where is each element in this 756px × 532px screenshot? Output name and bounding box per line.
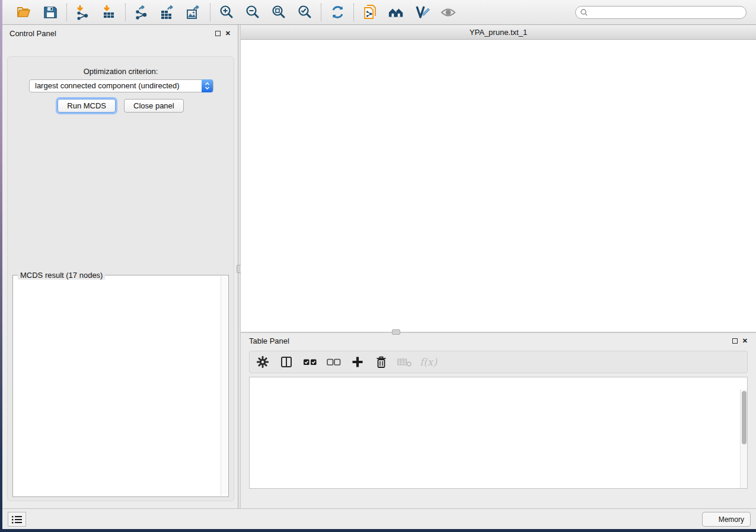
close-panel-icon[interactable]: ✕ (225, 30, 231, 37)
memory-button[interactable]: Memory (702, 512, 751, 527)
maximize-window-icon[interactable] (270, 29, 278, 37)
show-columns-icon[interactable] (278, 354, 294, 370)
window-traffic-lights (245, 29, 278, 37)
scrollbar-thumb[interactable] (742, 391, 747, 444)
delete-table-icon (397, 354, 413, 370)
zoom-selected-icon[interactable] (296, 4, 313, 21)
zoom-out-icon[interactable] (244, 4, 261, 21)
select-stepper-icon (202, 79, 213, 92)
settings-icon[interactable] (254, 354, 270, 370)
close-window-icon[interactable] (245, 29, 253, 37)
save-icon[interactable] (42, 4, 59, 21)
delete-row-icon[interactable] (373, 354, 389, 370)
optimization-criterion-select[interactable]: largest connected component (undirected) (29, 79, 213, 92)
export-image-icon[interactable] (186, 4, 202, 21)
home-icon[interactable] (388, 4, 404, 21)
minimize-window-icon[interactable] (258, 29, 266, 37)
search-input[interactable] (575, 6, 747, 19)
panel-menu-button[interactable] (8, 512, 26, 527)
network-graph[interactable] (241, 40, 756, 331)
network-window-title: YPA_prune.txt_1 (470, 28, 527, 37)
control-panel-title: Control Panel (9, 29, 56, 38)
network-window-titlebar[interactable]: YPA_prune.txt_1 (241, 25, 756, 40)
export-table-icon[interactable] (160, 4, 176, 21)
run-mcds-button[interactable]: Run MCDS (58, 99, 116, 113)
show-hide-eye-icon[interactable] (440, 4, 457, 21)
memory-status-icon (709, 516, 715, 523)
memory-label: Memory (719, 515, 744, 524)
table-scrollbar[interactable] (740, 389, 747, 488)
refresh-icon[interactable] (329, 4, 346, 21)
open-file-icon[interactable] (16, 4, 33, 21)
import-table-icon[interactable] (101, 4, 117, 21)
float-window-icon[interactable] (732, 338, 738, 344)
deselect-all-icon[interactable] (326, 354, 342, 370)
mcds-list-scrollbar[interactable] (221, 276, 228, 496)
control-panel: Control Panel ✕ Optimization criterion: … (2, 25, 238, 508)
network-view-window: YPA_prune.txt_1 (241, 25, 756, 332)
float-window-icon[interactable] (215, 31, 221, 36)
import-network-icon[interactable] (75, 4, 91, 21)
zoom-in-icon[interactable] (218, 4, 235, 21)
mcds-tab-content: Optimization criterion: largest connecte… (7, 56, 234, 501)
node-table (249, 377, 748, 489)
network-canvas[interactable] (241, 40, 756, 332)
application-window: Control Panel ✕ Optimization criterion: … (2, 0, 756, 529)
list-icon (12, 515, 23, 524)
add-row-icon[interactable] (349, 354, 365, 370)
status-bar: Memory (2, 508, 756, 529)
table-panel-title: Table Panel (249, 336, 289, 345)
fx-label: f(x) (420, 356, 437, 368)
export-network-icon[interactable] (133, 4, 150, 21)
search-icon (580, 8, 588, 19)
optimization-criterion-value: largest connected component (undirected) (35, 81, 180, 90)
visual-style-icon[interactable] (414, 4, 430, 21)
table-panel: Table Panel ✕ (241, 332, 756, 508)
share-document-icon[interactable] (362, 4, 378, 21)
function-builder-icon: f(x) (420, 354, 436, 370)
close-panel-icon[interactable]: ✕ (742, 338, 748, 344)
optimization-criterion-label: Optimization criterion: (8, 67, 234, 76)
main-toolbar (2, 0, 756, 25)
table-toolbar: f(x) (249, 351, 748, 373)
search-box (575, 6, 747, 19)
mcds-result-list[interactable] (15, 278, 220, 494)
mcds-result-group: MCDS result (17 nodes) (12, 275, 229, 497)
splitter-handle[interactable] (392, 329, 400, 335)
select-all-icon[interactable] (302, 354, 318, 370)
close-panel-button[interactable]: Close panel (124, 99, 184, 113)
zoom-fit-icon[interactable] (270, 4, 287, 21)
